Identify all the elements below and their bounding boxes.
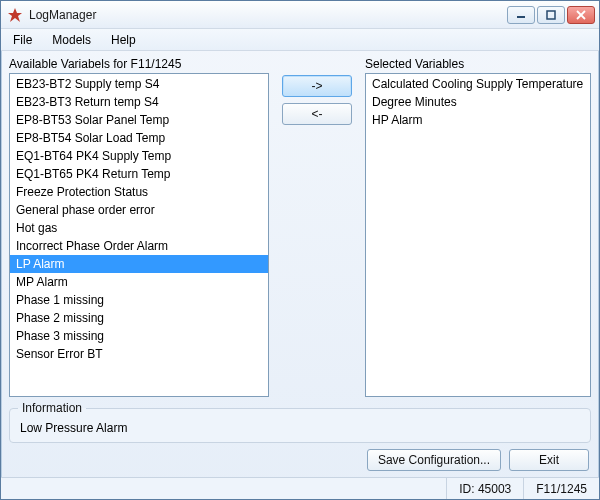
list-item[interactable]: Calculated Cooling Supply Temperature [366,75,590,93]
list-item[interactable]: LP Alarm [10,255,268,273]
available-listbox-wrap: EB23-BT2 Supply temp S4EB23-BT3 Return t… [9,73,269,397]
list-item[interactable]: Hot gas [10,219,268,237]
close-button[interactable] [567,6,595,24]
variable-panels: Available Variabels for F11/1245 EB23-BT… [9,57,591,397]
app-window: LogManager File Models Help Available Va… [0,0,600,500]
transfer-buttons: -> <- [277,57,357,397]
available-listbox[interactable]: EB23-BT2 Supply temp S4EB23-BT3 Return t… [10,74,268,396]
list-item[interactable]: Phase 3 missing [10,327,268,345]
statusbar: ID: 45003 F11/1245 [1,477,599,499]
list-item[interactable]: Sensor Error BT [10,345,268,363]
list-item[interactable]: General phase order error [10,201,268,219]
list-item[interactable]: EP8-BT54 Solar Load Temp [10,129,268,147]
add-button[interactable]: -> [282,75,352,97]
svg-rect-2 [547,11,555,19]
list-item[interactable]: Incorrect Phase Order Alarm [10,237,268,255]
list-item[interactable]: EQ1-BT64 PK4 Supply Temp [10,147,268,165]
dialog-buttons: Save Configuration... Exit [9,447,591,473]
titlebar: LogManager [1,1,599,29]
maximize-button[interactable] [537,6,565,24]
menu-file[interactable]: File [5,31,40,49]
selected-label: Selected Variables [365,57,591,71]
selected-panel: Selected Variables Calculated Cooling Su… [365,57,591,397]
status-id: ID: 45003 [446,478,523,499]
remove-button[interactable]: <- [282,103,352,125]
available-label: Available Variabels for F11/1245 [9,57,269,71]
client-area: Available Variabels for F11/1245 EB23-BT… [1,51,599,477]
menubar: File Models Help [1,29,599,51]
selected-listbox-wrap: Calculated Cooling Supply TemperatureDeg… [365,73,591,397]
app-icon [7,7,23,23]
status-model: F11/1245 [523,478,599,499]
information-text: Low Pressure Alarm [18,419,582,437]
list-item[interactable]: HP Alarm [366,111,590,129]
svg-marker-0 [8,8,22,22]
window-buttons [507,6,595,24]
save-configuration-button[interactable]: Save Configuration... [367,449,501,471]
list-item[interactable]: EB23-BT2 Supply temp S4 [10,75,268,93]
menu-help[interactable]: Help [103,31,144,49]
list-item[interactable]: Freeze Protection Status [10,183,268,201]
exit-button[interactable]: Exit [509,449,589,471]
list-item[interactable]: MP Alarm [10,273,268,291]
selected-listbox[interactable]: Calculated Cooling Supply TemperatureDeg… [366,74,590,396]
minimize-button[interactable] [507,6,535,24]
information-legend: Information [18,401,86,415]
list-item[interactable]: Phase 2 missing [10,309,268,327]
list-item[interactable]: Degree Minutes [366,93,590,111]
menu-models[interactable]: Models [44,31,99,49]
list-item[interactable]: EQ1-BT65 PK4 Return Temp [10,165,268,183]
list-item[interactable]: Phase 1 missing [10,291,268,309]
list-item[interactable]: EB23-BT3 Return temp S4 [10,93,268,111]
list-item[interactable]: EP8-BT53 Solar Panel Temp [10,111,268,129]
window-title: LogManager [29,8,96,22]
information-group: Information Low Pressure Alarm [9,401,591,443]
available-panel: Available Variabels for F11/1245 EB23-BT… [9,57,269,397]
